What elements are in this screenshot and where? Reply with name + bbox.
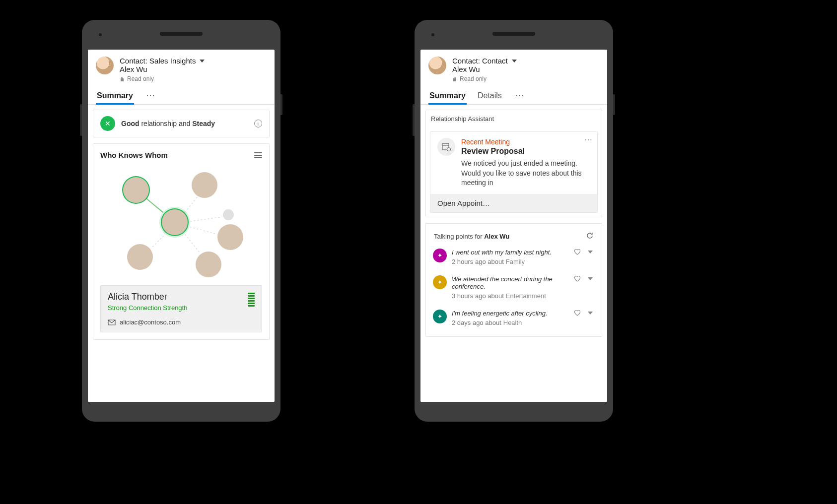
relationship-assistant-title: Relationship Assistant (426, 110, 602, 127)
record-header: Contact: Contact Alex Wu Read only (420, 50, 607, 86)
phone-side-button (613, 94, 615, 115)
graph-node[interactable] (217, 224, 243, 250)
contact-name: Alex Wu (452, 65, 599, 73)
contact-name: Alex Wu (120, 65, 267, 73)
graph-node[interactable] (127, 244, 153, 270)
relationship-assistant-card: Relationship Assistant Recent Meeting Re… (425, 110, 602, 217)
strength-bars-icon (248, 293, 255, 307)
contact-avatar[interactable] (428, 57, 446, 74)
connection-graph[interactable] (100, 165, 262, 279)
talking-point-message: We attended the concert during the confe… (452, 275, 569, 290)
phone-side-button (80, 104, 82, 136)
graph-node-self[interactable] (162, 209, 188, 235)
card-more-button[interactable]: ⋯ (584, 135, 592, 144)
lock-icon (120, 76, 125, 82)
talking-point-meta: 2 hours ago about Family (452, 258, 569, 265)
selected-connection-card[interactable]: Alicia Thomber Strong Connection Strengt… (100, 285, 262, 332)
calendar-icon (437, 138, 455, 156)
talking-point-icon: ✦ (433, 275, 447, 289)
screen-left: Contact: Sales Insights Alex Wu Read onl… (88, 50, 275, 402)
talking-point-icon: ✦ (433, 249, 447, 262)
readonly-label: Read only (127, 75, 154, 82)
talking-point-item[interactable]: ✦I'm feeling energetic after cycling.2 d… (431, 305, 597, 331)
heart-icon[interactable] (574, 275, 581, 282)
chevron-down-icon[interactable] (588, 312, 593, 315)
info-icon[interactable]: i (254, 120, 262, 127)
lock-icon (452, 76, 457, 82)
open-appointment-button[interactable]: Open Appoint… (430, 194, 597, 212)
talking-point-item[interactable]: ✦We attended the concert during the conf… (431, 270, 597, 305)
tab-details[interactable]: Details (477, 86, 503, 104)
readonly-label: Read only (460, 75, 487, 82)
assistant-card-message: We noticed you just ended a meeting. Wou… (461, 159, 590, 188)
phone-left: Contact: Sales Insights Alex Wu Read onl… (82, 20, 280, 422)
graph-node-selected[interactable] (123, 177, 149, 203)
talking-point-meta: 3 hours ago about Entertainment (452, 292, 569, 300)
connection-name: Alicia Thomber (108, 292, 255, 302)
heart-icon[interactable] (574, 310, 581, 316)
graph-node[interactable] (223, 209, 234, 220)
talking-points-card: Talking points for Alex Wu ✦I went out w… (425, 223, 602, 337)
phone-camera (99, 33, 102, 36)
envelope-icon (108, 319, 116, 325)
tab-bar: Summary Details ⋯ (420, 86, 607, 105)
assistant-card-tag: Recent Meeting (461, 138, 590, 146)
chevron-down-icon[interactable] (512, 60, 517, 63)
entity-breadcrumb: Contact: Contact (452, 57, 508, 65)
chevron-down-icon[interactable] (200, 60, 205, 63)
more-tabs-button[interactable]: ⋯ (513, 88, 526, 103)
talking-point-message: I went out with my family last night. (452, 249, 569, 256)
relationship-health-card[interactable]: ✕ Good relationship and Steady i (93, 110, 270, 137)
graph-node[interactable] (196, 252, 221, 277)
connection-email[interactable]: aliciac@contoso.com (120, 318, 181, 326)
more-tabs-button[interactable]: ⋯ (144, 88, 157, 103)
contact-avatar[interactable] (96, 57, 114, 74)
connection-strength: Strong Connection Strength (108, 304, 255, 312)
list-view-icon[interactable] (254, 152, 262, 158)
entity-breadcrumb: Contact: Sales Insights (120, 57, 196, 65)
tab-summary[interactable]: Summary (96, 86, 134, 104)
chevron-down-icon[interactable] (588, 251, 593, 253)
svg-point-8 (447, 148, 451, 151)
talking-point-meta: 2 days ago about Health (452, 319, 569, 326)
phone-speaker (492, 32, 535, 36)
talking-point-message: I'm feeling energetic after cycling. (452, 310, 569, 317)
health-good-icon: ✕ (100, 116, 115, 131)
record-header: Contact: Sales Insights Alex Wu Read onl… (88, 50, 275, 86)
who-knows-whom-card: Who Knows Whom (93, 143, 270, 340)
relationship-health-text: Good relationship and Steady (121, 120, 215, 127)
talking-point-icon: ✦ (433, 310, 447, 323)
tab-summary[interactable]: Summary (428, 86, 467, 104)
phone-side-button (413, 104, 415, 136)
phone-speaker (160, 32, 203, 36)
screen-right: Contact: Contact Alex Wu Read only Summa… (420, 50, 607, 402)
talking-points-title: Talking points for Alex Wu (434, 233, 509, 240)
tab-bar: Summary ⋯ (88, 86, 275, 105)
phone-camera (431, 33, 434, 36)
heart-icon[interactable] (574, 249, 581, 255)
assistant-card-title: Review Proposal (461, 147, 590, 156)
talking-point-item[interactable]: ✦I went out with my family last night.2 … (431, 244, 597, 270)
phone-side-button (280, 94, 282, 115)
refresh-icon[interactable] (586, 232, 594, 242)
phone-right: Contact: Contact Alex Wu Read only Summa… (415, 20, 613, 422)
who-knows-whom-title: Who Knows Whom (100, 151, 168, 159)
graph-node[interactable] (192, 172, 217, 198)
chevron-down-icon[interactable] (588, 277, 593, 280)
